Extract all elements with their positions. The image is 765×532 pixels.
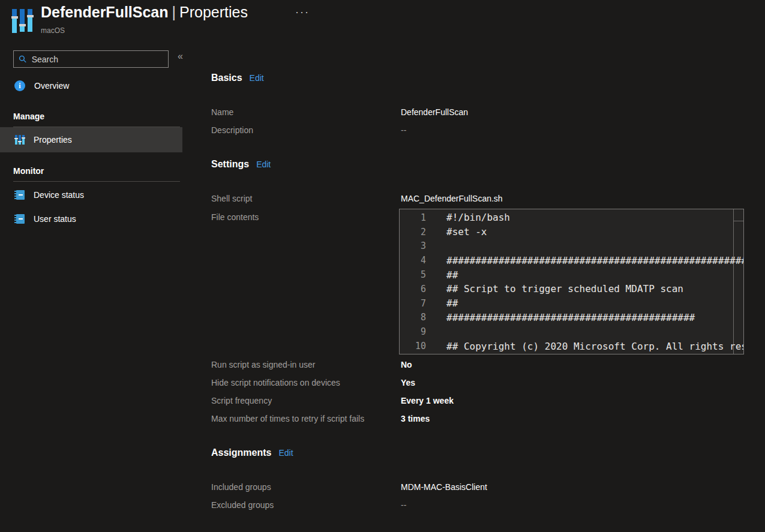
code-line: 2#set -x [400,225,743,239]
section-title: Settings [211,159,249,170]
field-value: Every 1 week [401,396,454,405]
sidebar-item-properties[interactable]: Properties [0,127,182,152]
info-icon: i [14,80,25,91]
search-box[interactable] [13,50,169,68]
field-value: MAC_DefenderFullScan.sh [401,194,503,203]
sidebar-item-label: Device status [34,190,84,200]
edit-basics-link[interactable]: Edit [250,73,264,83]
field-label: Script frequency [211,396,272,405]
divider [13,181,180,182]
code-line: 7## [400,296,743,311]
field-value: 3 times [401,414,430,423]
sidebar-item-device-status[interactable]: Device status [0,184,182,206]
collapse-sidebar-icon[interactable]: « [178,51,183,62]
more-menu-icon[interactable]: ··· [295,6,310,19]
page-title-name: DefenderFullScan [41,4,169,20]
sidebar-item-label: Properties [34,135,72,145]
page-title-divider: | [169,4,180,20]
code-line: 3 [400,239,743,254]
code-line: 6## Script to trigger scheduled MDATP sc… [400,282,743,296]
code-line: 4#######################################… [400,253,743,267]
field-label: Description [211,125,253,135]
edit-assignments-link[interactable]: Edit [278,448,293,458]
field-value: No [401,360,412,369]
code-line: 10## Copyright (c) 2020 Microsoft Corp. … [400,339,743,353]
sidebar-item-label: User status [34,214,76,224]
section-title: Assignments [211,447,271,458]
platform-label: macOS [41,26,65,35]
field-label: Name [211,107,233,117]
field-value: -- [401,500,406,510]
slider-bar-icon [12,9,17,33]
slider-bar-icon [28,9,32,33]
field-label: Shell script [211,194,252,203]
report-icon [14,214,25,224]
code-line: 1#!/bin/bash [400,211,743,225]
report-icon [14,190,25,200]
field-label: Excluded groups [211,500,274,510]
code-line: 5## [400,267,743,282]
field-label: Max number of times to retry if script f… [211,414,364,423]
section-assignments: Assignments Edit [211,447,293,458]
section-settings: Settings Edit [211,159,271,170]
search-input[interactable] [32,55,163,64]
code-line: 9 [400,324,743,339]
field-value: -- [401,125,406,135]
code-line: 8#######################################… [400,311,743,325]
field-label: File contents [211,212,259,222]
slider-bar-icon [20,9,25,34]
sidebar-section-monitor: Monitor [13,166,44,176]
properties-sliders-icon [14,135,25,145]
field-value: DefenderFullScan [401,107,468,117]
field-value: MDM-MAC-BasisClient [401,482,487,492]
section-basics: Basics Edit [211,73,264,83]
page-title: DefenderFullScan|Properties [41,4,248,21]
sidebar-item-overview[interactable]: i Overview [0,74,182,97]
field-label: Run script as signed-in user [211,360,316,369]
page-title-section: Properties [179,4,248,20]
edit-settings-link[interactable]: Edit [256,160,271,169]
search-icon [19,55,27,64]
field-label: Included groups [211,482,271,492]
properties-sliders-icon [12,7,36,34]
code-lines: 1#!/bin/bash 2#set -x 3 4###############… [400,209,743,353]
sidebar-item-label: Overview [34,81,69,91]
field-label: Hide script notifications on devices [211,378,340,387]
section-title: Basics [211,73,242,83]
sidebar-section-manage: Manage [13,112,44,121]
sidebar-item-user-status[interactable]: User status [0,208,182,230]
field-value: Yes [401,378,415,387]
script-file-contents-viewer[interactable]: 1#!/bin/bash 2#set -x 3 4###############… [399,209,744,354]
